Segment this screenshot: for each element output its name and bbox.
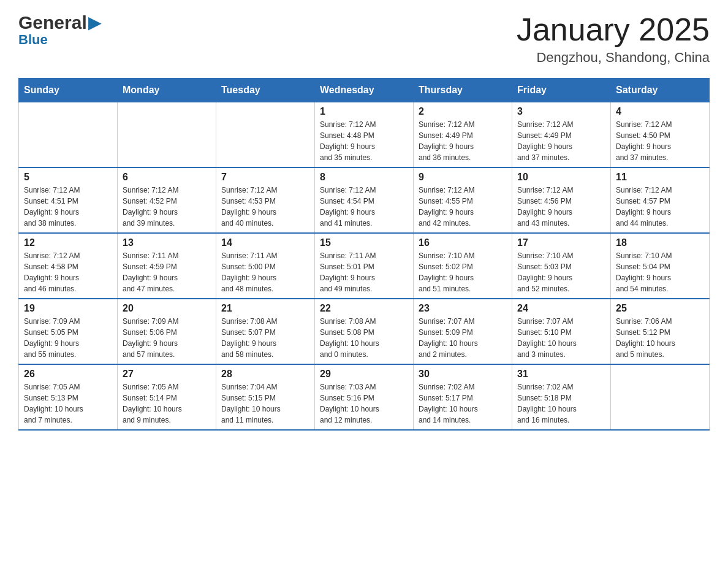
day-info: Sunrise: 7:04 AMSunset: 5:15 PMDaylight:… (221, 381, 309, 426)
day-info: Sunrise: 7:10 AMSunset: 5:03 PMDaylight:… (517, 250, 605, 294)
calendar-cell: 8Sunrise: 7:12 AMSunset: 4:54 PMDaylight… (315, 167, 414, 233)
day-number: 9 (419, 172, 507, 183)
day-info: Sunrise: 7:11 AMSunset: 5:01 PMDaylight:… (320, 250, 408, 294)
day-number: 5 (24, 172, 112, 183)
day-number: 10 (517, 172, 605, 183)
day-info: Sunrise: 7:10 AMSunset: 5:02 PMDaylight:… (419, 250, 507, 294)
day-number: 2 (419, 106, 507, 117)
day-info: Sunrise: 7:12 AMSunset: 4:49 PMDaylight:… (517, 119, 605, 163)
day-info: Sunrise: 7:12 AMSunset: 4:51 PMDaylight:… (24, 185, 112, 229)
day-info: Sunrise: 7:07 AMSunset: 5:09 PMDaylight:… (419, 316, 507, 360)
calendar-cell: 19Sunrise: 7:09 AMSunset: 5:05 PMDayligh… (19, 299, 118, 364)
month-title: January 2025 (517, 12, 710, 47)
calendar-week-4: 19Sunrise: 7:09 AMSunset: 5:05 PMDayligh… (19, 299, 710, 364)
day-number: 19 (24, 303, 112, 314)
calendar-cell: 12Sunrise: 7:12 AMSunset: 4:58 PMDayligh… (19, 233, 118, 299)
calendar-week-3: 12Sunrise: 7:12 AMSunset: 4:58 PMDayligh… (19, 233, 710, 299)
calendar-cell: 18Sunrise: 7:10 AMSunset: 5:04 PMDayligh… (611, 233, 710, 299)
logo-line2: Blue (18, 32, 100, 48)
calendar-cell: 23Sunrise: 7:07 AMSunset: 5:09 PMDayligh… (414, 299, 512, 364)
day-number: 18 (616, 237, 704, 248)
day-info: Sunrise: 7:08 AMSunset: 5:08 PMDaylight:… (320, 316, 408, 360)
calendar-cell (611, 364, 710, 430)
day-number: 23 (419, 303, 507, 314)
day-info: Sunrise: 7:11 AMSunset: 5:00 PMDaylight:… (221, 250, 309, 294)
page-header: General▶ Blue January 2025 Dengzhou, Sha… (18, 12, 710, 66)
day-number: 27 (123, 369, 211, 380)
day-number: 29 (320, 369, 408, 380)
day-info: Sunrise: 7:12 AMSunset: 4:55 PMDaylight:… (419, 185, 507, 229)
day-number: 21 (221, 303, 309, 314)
day-info: Sunrise: 7:10 AMSunset: 5:04 PMDaylight:… (616, 250, 704, 294)
calendar-cell: 13Sunrise: 7:11 AMSunset: 4:59 PMDayligh… (118, 233, 216, 299)
calendar-cell: 21Sunrise: 7:08 AMSunset: 5:07 PMDayligh… (216, 299, 315, 364)
day-info: Sunrise: 7:12 AMSunset: 4:53 PMDaylight:… (221, 185, 309, 229)
calendar-cell: 6Sunrise: 7:12 AMSunset: 4:52 PMDaylight… (118, 167, 216, 233)
calendar-cell: 5Sunrise: 7:12 AMSunset: 4:51 PMDaylight… (19, 167, 118, 233)
calendar-cell: 11Sunrise: 7:12 AMSunset: 4:57 PMDayligh… (611, 167, 710, 233)
day-number: 1 (320, 106, 408, 117)
calendar-cell: 2Sunrise: 7:12 AMSunset: 4:49 PMDaylight… (414, 102, 512, 168)
day-info: Sunrise: 7:09 AMSunset: 5:06 PMDaylight:… (123, 316, 211, 360)
day-number: 13 (123, 237, 211, 248)
day-number: 22 (320, 303, 408, 314)
logo: General▶ Blue (18, 12, 100, 48)
day-info: Sunrise: 7:12 AMSunset: 4:57 PMDaylight:… (616, 185, 704, 229)
calendar-cell (118, 102, 216, 168)
calendar-cell: 10Sunrise: 7:12 AMSunset: 4:56 PMDayligh… (512, 167, 611, 233)
calendar-cell: 22Sunrise: 7:08 AMSunset: 5:08 PMDayligh… (315, 299, 414, 364)
calendar-cell: 29Sunrise: 7:03 AMSunset: 5:16 PMDayligh… (315, 364, 414, 430)
header-monday: Monday (118, 79, 216, 102)
calendar-cell: 16Sunrise: 7:10 AMSunset: 5:02 PMDayligh… (414, 233, 512, 299)
day-info: Sunrise: 7:12 AMSunset: 4:56 PMDaylight:… (517, 185, 605, 229)
day-info: Sunrise: 7:12 AMSunset: 4:52 PMDaylight:… (123, 185, 211, 229)
day-info: Sunrise: 7:11 AMSunset: 4:59 PMDaylight:… (123, 250, 211, 294)
day-number: 4 (616, 106, 704, 117)
logo-line1: General▶ (18, 12, 100, 33)
calendar-cell: 14Sunrise: 7:11 AMSunset: 5:00 PMDayligh… (216, 233, 315, 299)
calendar-cell: 1Sunrise: 7:12 AMSunset: 4:48 PMDaylight… (315, 102, 414, 168)
day-info: Sunrise: 7:09 AMSunset: 5:05 PMDaylight:… (24, 316, 112, 360)
day-number: 28 (221, 369, 309, 380)
logo-general-text: General (18, 12, 87, 33)
day-info: Sunrise: 7:03 AMSunset: 5:16 PMDaylight:… (320, 381, 408, 426)
day-info: Sunrise: 7:05 AMSunset: 5:14 PMDaylight:… (123, 381, 211, 426)
calendar-cell: 3Sunrise: 7:12 AMSunset: 4:49 PMDaylight… (512, 102, 611, 168)
calendar-cell: 30Sunrise: 7:02 AMSunset: 5:17 PMDayligh… (414, 364, 512, 430)
day-number: 15 (320, 237, 408, 248)
day-number: 17 (517, 237, 605, 248)
title-section: January 2025 Dengzhou, Shandong, China (517, 12, 710, 66)
day-info: Sunrise: 7:12 AMSunset: 4:48 PMDaylight:… (320, 119, 408, 163)
day-number: 20 (123, 303, 211, 314)
calendar-cell: 20Sunrise: 7:09 AMSunset: 5:06 PMDayligh… (118, 299, 216, 364)
calendar-cell (216, 102, 315, 168)
day-number: 11 (616, 172, 704, 183)
day-info: Sunrise: 7:05 AMSunset: 5:13 PMDaylight:… (24, 381, 112, 426)
day-number: 31 (517, 369, 605, 380)
day-info: Sunrise: 7:07 AMSunset: 5:10 PMDaylight:… (517, 316, 605, 360)
logo-arrow-icon: ▶ (88, 13, 100, 33)
calendar-cell: 15Sunrise: 7:11 AMSunset: 5:01 PMDayligh… (315, 233, 414, 299)
calendar-week-1: 1Sunrise: 7:12 AMSunset: 4:48 PMDaylight… (19, 102, 710, 168)
calendar-week-5: 26Sunrise: 7:05 AMSunset: 5:13 PMDayligh… (19, 364, 710, 430)
day-info: Sunrise: 7:12 AMSunset: 4:54 PMDaylight:… (320, 185, 408, 229)
day-number: 7 (221, 172, 309, 183)
header-tuesday: Tuesday (216, 79, 315, 102)
day-info: Sunrise: 7:12 AMSunset: 4:49 PMDaylight:… (419, 119, 507, 163)
day-number: 6 (123, 172, 211, 183)
header-friday: Friday (512, 79, 611, 102)
calendar-cell: 7Sunrise: 7:12 AMSunset: 4:53 PMDaylight… (216, 167, 315, 233)
day-number: 16 (419, 237, 507, 248)
location-subtitle: Dengzhou, Shandong, China (517, 50, 710, 66)
calendar-cell: 17Sunrise: 7:10 AMSunset: 5:03 PMDayligh… (512, 233, 611, 299)
day-number: 8 (320, 172, 408, 183)
day-number: 3 (517, 106, 605, 117)
day-number: 26 (24, 369, 112, 380)
header-sunday: Sunday (19, 79, 118, 102)
day-number: 14 (221, 237, 309, 248)
day-info: Sunrise: 7:02 AMSunset: 5:18 PMDaylight:… (517, 381, 605, 426)
calendar-cell: 9Sunrise: 7:12 AMSunset: 4:55 PMDaylight… (414, 167, 512, 233)
day-info: Sunrise: 7:02 AMSunset: 5:17 PMDaylight:… (419, 381, 507, 426)
calendar-table: Sunday Monday Tuesday Wednesday Thursday… (18, 78, 710, 431)
calendar-cell: 31Sunrise: 7:02 AMSunset: 5:18 PMDayligh… (512, 364, 611, 430)
